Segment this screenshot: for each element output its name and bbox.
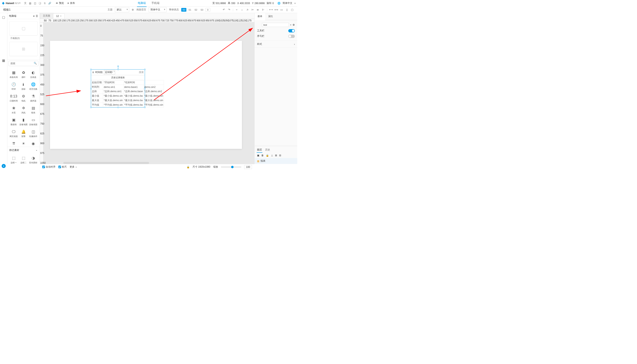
ungroup-icon[interactable]: ⊟ [279,154,281,157]
theme-select[interactable]: 默认 [115,7,129,12]
subcanvas-thumb[interactable]: ▢ [10,21,38,36]
tab-desktop[interactable]: 电脑端 [137,0,147,7]
tab-layers[interactable]: 图层 [257,147,262,153]
widget-日期时间[interactable]: 8:13日期时间 [9,92,18,104]
undo-icon[interactable]: ↶ [222,8,226,12]
dist-v-icon[interactable]: ⟺ [274,8,278,12]
widget-设备画面[interactable]: ▭设备画面 [29,116,38,127]
menu-icon[interactable]: ☰ [36,15,38,18]
state-s0[interactable]: S0 [181,8,186,12]
download-icon[interactable]: ⬇ [92,71,94,74]
widget-表格布局[interactable]: ▦表格布局 [9,69,18,80]
align-vcenter-icon[interactable]: ⫠ [240,8,244,12]
time-select[interactable]: 近60秒 [104,70,115,74]
dist-h-icon[interactable]: ⟷ [269,8,273,12]
page-tab-main[interactable]: 主页面 [40,13,53,18]
zoom-slider[interactable] [221,166,241,168]
widget-天气[interactable]: ☀天气 [19,140,28,146]
components-icon[interactable]: ▦ [1,58,6,63]
delete-icon[interactable]: 🗑 [261,154,264,157]
state-s2[interactable]: S2 [193,8,198,12]
pause-badge-icon[interactable]: ⏸ [2,164,6,168]
globe-icon[interactable]: 🌐 [278,2,281,5]
image-tool-icon[interactable]: ▧ [28,1,33,6]
static-assets-header[interactable]: 静态素材 ⌄ [7,146,40,154]
widget-设备地图[interactable]: ▮设备地图 [19,116,28,127]
tab-mobile[interactable]: 手机端 [151,0,160,7]
widget-游标[interactable]: 🌡游标 [19,81,28,92]
widget-风机[interactable]: ✲风机 [19,104,28,116]
ruler-checkbox[interactable]: 标尺 [58,165,67,169]
group-icon[interactable]: ⊞ [275,154,277,157]
widget-仪表盘[interactable]: ◐仪表盘 [29,69,38,80]
static-边框二[interactable]: ⬚边框二 [19,154,28,164]
widget-电机[interactable]: ⚙电机 [19,92,28,104]
close-tab-icon[interactable]: × [60,15,62,18]
widget-数据表[interactable]: ▣数据表 [9,116,18,127]
align-bottom-icon[interactable]: ⫡ [246,8,249,12]
design-canvas[interactable]: ⬇ 时间段 近60秒 搜索 历史记录报表 起始日期:*开始时间*结束时间时间列d… [50,41,242,149]
static-边框一[interactable]: ⬚边框一 [9,154,18,164]
preview-button[interactable]: 👁 预览 [54,0,66,6]
align-right-icon[interactable]: ⊩ [262,8,265,12]
image-icon[interactable]: ▣ [257,154,259,157]
pages-icon[interactable]: ▢ [1,15,6,20]
link-icon[interactable]: 🔗 [48,1,52,6]
tab-history[interactable]: 历史 [265,147,271,153]
search-icon[interactable]: 🔍 [34,62,37,65]
same-h-icon[interactable]: ▯ [285,8,289,12]
page-lang-select[interactable]: 简体中文 [149,7,167,12]
lock-icon[interactable]: 🔒 [266,154,269,157]
widget-网页画面[interactable]: 🖵网页画面 [9,128,18,139]
same-size-icon[interactable]: ▢ [290,8,294,12]
report-widget[interactable]: ⬇ 时间段 近60秒 搜索 历史记录报表 起始日期:*开始时间*结束时间时间列d… [91,69,145,108]
report-search[interactable]: 搜索 [139,70,144,74]
publish-button[interactable]: ✈ 发布 [66,0,77,6]
align-top-icon[interactable]: ⫟ [235,8,239,12]
subcanvas-thumb-2[interactable]: ⊞ [10,42,38,56]
widget-水泵[interactable]: ❀水泵 [9,104,18,116]
language-select[interactable]: 简体中文 [283,2,292,5]
same-w-icon[interactable]: ▭ [280,8,283,12]
widget-name-input[interactable] [262,23,289,27]
align-left-icon[interactable]: ⊨ [251,8,255,12]
widget-时钟[interactable]: 🕐时钟 [9,81,18,92]
widget-搅拌器[interactable]: ⚗搅拌器 [29,92,38,104]
style-expand[interactable]: 样式 › [255,41,297,48]
gear-icon[interactable]: ⚙ [293,24,295,26]
state-s1[interactable]: S1 [187,8,192,12]
redo-icon[interactable]: ↷ [228,8,231,12]
device-select[interactable]: 电脑端 ▾☰ [7,13,40,19]
tree-icon[interactable]: ⊥ [271,154,273,157]
report-table: 起始日期:*开始时间*结束时间时间列demo.sin1demo.base1dem… [91,80,164,107]
text-tool-icon[interactable]: 文 [23,1,28,6]
widget-扇叶[interactable]: ✿扇叶 [19,69,28,80]
widget-摄像头[interactable]: ◉摄像头 [29,140,38,146]
zoom-value[interactable]: 100 [244,165,252,169]
layer-item-report[interactable]: ▦ 报表 [255,158,297,164]
more-button[interactable]: 更多⌄ [70,165,77,169]
lock-icon[interactable]: 🔒 [187,166,190,168]
layers-icon[interactable]: ❏ [38,1,42,6]
static-彩色图标[interactable]: ◑彩色图标 [29,154,38,164]
copy-icon[interactable]: ⎘ [43,1,47,6]
widget-label: 语言切换 [29,88,37,90]
state-s3[interactable]: S3 [199,8,204,12]
widget-滚动列表[interactable]: ⇈滚动列表 [9,140,18,146]
crop-tool-icon[interactable]: ◫ [33,1,37,6]
widget-报表[interactable]: ▤报表 [29,104,38,116]
auto-align-checkbox[interactable]: 自动对齐 [42,165,56,169]
widget-icon: 🔔 [21,129,26,134]
page-tab-12[interactable]: 12× [53,14,65,18]
tab-attributes[interactable]: 属性 [265,13,276,20]
widget-报警[interactable]: 🔔报警 [19,128,28,139]
horizontal-scrollbar[interactable] [63,162,149,164]
sequence-toggle[interactable] [288,35,295,38]
settings-icon[interactable]: ⚙ [132,8,134,11]
widget-语言切换[interactable]: 🌐语言切换 [29,81,38,92]
widget-轮播插件[interactable]: ◫轮播插件 [29,128,38,139]
state-extra[interactable]: 0 [205,8,210,12]
toolbar-toggle[interactable] [288,29,295,32]
tab-basic[interactable]: 基本 [255,13,265,20]
align-hcenter-icon[interactable]: ⫢ [256,8,260,12]
